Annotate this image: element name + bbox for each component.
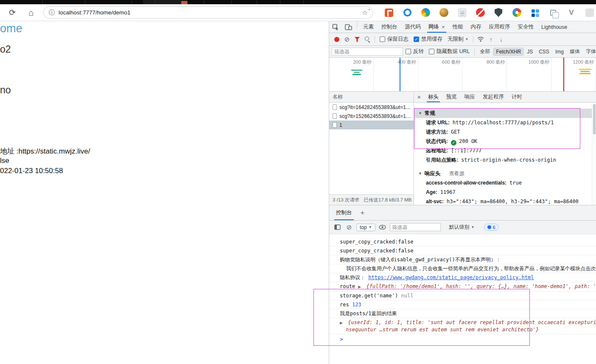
- request-row[interactable]: scg?it=1642824553893&ut=1…: [329, 103, 414, 112]
- triangle-down-icon[interactable]: ▼: [418, 171, 425, 176]
- filter-icon[interactable]: [352, 34, 362, 45]
- filter-type-media[interactable]: 媒体: [567, 47, 583, 56]
- request-row[interactable]: scg?it=1526624553893&ut=1…: [329, 112, 414, 120]
- filter-type-fetch-xhr[interactable]: Fetch/XHR: [493, 48, 524, 56]
- filter-type-img[interactable]: Img: [552, 48, 567, 56]
- import-har-icon[interactable]: ↑: [486, 34, 496, 45]
- extension-icon[interactable]: [384, 8, 394, 18]
- triangle-down-icon[interactable]: ▼: [418, 111, 425, 115]
- filter-type-all[interactable]: 全部: [477, 47, 493, 56]
- console-prompt[interactable]: >: [329, 334, 596, 344]
- close-icon[interactable]: ×: [442, 24, 445, 30]
- search-icon[interactable]: [362, 34, 372, 45]
- timeline-label: 1200 毫秒: [573, 59, 594, 64]
- extension-icon[interactable]: [585, 8, 595, 18]
- tab-response[interactable]: 响应: [461, 92, 479, 102]
- extension-icon[interactable]: [530, 8, 540, 18]
- network-filter-input[interactable]: [332, 48, 403, 56]
- scrollbar[interactable]: [592, 103, 596, 205]
- throttling-dropdown[interactable]: 无限制 ▼: [448, 36, 468, 43]
- url-text[interactable]: localhost:7777/home/demo1: [59, 9, 131, 16]
- tab-network[interactable]: 网络×: [425, 21, 449, 33]
- tab-performance[interactable]: 性能: [449, 21, 467, 33]
- add-tab-icon[interactable]: +: [357, 205, 368, 220]
- tab-console-drawer[interactable]: 控制台: [331, 205, 357, 220]
- context-dropdown[interactable]: top ▼: [356, 224, 375, 231]
- extension-icon[interactable]: [420, 8, 431, 18]
- log-text: 购物党隐私说明（键入disable_gwd_privacy()不再显示本声明）：: [340, 257, 501, 263]
- tab-headers[interactable]: 标头: [424, 92, 442, 102]
- address-bar[interactable]: ⓘ localhost:7777/home/demo1 ☆+: [43, 6, 373, 19]
- console-sidebar-icon[interactable]: [333, 223, 342, 232]
- close-details-icon[interactable]: ×: [414, 92, 424, 102]
- clear-console-button[interactable]: ⊘: [344, 223, 354, 232]
- page-link-demo2[interactable]: o2: [0, 44, 11, 55]
- console-message[interactable]: route ▶ {fullPath: '/home/demo1', hash: …: [329, 282, 596, 291]
- console-message[interactable]: 隐私协议： https://www.gwdang.com/static_page…: [329, 273, 596, 282]
- filter-type-font[interactable]: 字体: [583, 47, 596, 56]
- console-message[interactable]: 购物党隐私说明（键入disable_gwd_privacy()不再显示本声明）：: [329, 255, 596, 264]
- expand-triangle-icon[interactable]: ▶: [340, 321, 343, 325]
- console-message[interactable]: super_copy_cracked:false: [329, 238, 596, 246]
- message-count-badge[interactable]: 6: [484, 224, 499, 231]
- request-name-header[interactable]: 名称: [329, 92, 414, 103]
- tab-security[interactable]: 安全性: [514, 21, 538, 33]
- tab-initiator[interactable]: 发起程序: [479, 92, 508, 102]
- extension-icon[interactable]: [493, 8, 504, 18]
- favorite-star-icon[interactable]: ☆+: [362, 9, 368, 17]
- device-toolbar-icon[interactable]: [342, 21, 355, 33]
- extension-icon[interactable]: [457, 8, 467, 18]
- page-link-demo[interactable]: no: [0, 84, 11, 96]
- console-messages: super_copy_cracked:false super_copy_crac…: [329, 234, 596, 364]
- console-message-object[interactable]: ▶ {userId: 1, id: 1, title: 'sunt aut fa…: [329, 318, 596, 334]
- extension-icon[interactable]: [439, 8, 449, 18]
- scrollbar-thumb[interactable]: [593, 104, 596, 134]
- home-button[interactable]: ⌂: [25, 6, 37, 19]
- filter-type-css[interactable]: CSS: [536, 48, 552, 56]
- tab-lighthouse[interactable]: Lighthouse: [537, 21, 571, 33]
- extension-icon[interactable]: [475, 8, 485, 18]
- export-har-icon[interactable]: ↓: [496, 34, 506, 45]
- disable-cache-checkbox[interactable]: ✓ 禁用缓存: [414, 36, 442, 43]
- tab-elements[interactable]: 元素: [359, 21, 378, 33]
- console-message[interactable]: storage.get('name') null: [329, 291, 596, 300]
- site-info-icon[interactable]: ⓘ: [49, 9, 55, 17]
- inspect-element-icon[interactable]: [329, 21, 342, 33]
- extension-icon[interactable]: V: [566, 8, 576, 18]
- console-filter-input[interactable]: [390, 223, 441, 231]
- log-level-dropdown[interactable]: 默认级别 ▼: [449, 224, 475, 231]
- live-expression-eye-icon[interactable]: [378, 223, 387, 232]
- tab-timing[interactable]: 计时: [508, 92, 526, 102]
- extension-icon[interactable]: [402, 8, 412, 18]
- record-button[interactable]: [332, 34, 342, 45]
- view-source-link[interactable]: 查看源: [449, 170, 464, 177]
- console-message[interactable]: super_copy_cracked:false: [329, 246, 596, 255]
- extension-icon[interactable]: [548, 8, 558, 18]
- request-row-selected[interactable]: 1: [329, 120, 414, 129]
- console-message[interactable]: 我们不会收集用户个人隐私信息，只会收集一些简单的产品交互行为，帮助改善产品，例如…: [329, 264, 596, 273]
- page-link-home[interactable]: ome: [0, 22, 22, 35]
- response-headers-title: 响应头: [425, 170, 441, 177]
- console-message[interactable]: res 123: [329, 300, 596, 309]
- console-drawer: 控制台 + ⊘ top ▼ 默认级别 ▼: [329, 205, 596, 364]
- tab-memory[interactable]: 内存: [467, 21, 485, 33]
- invert-checkbox[interactable]: 反转: [406, 48, 424, 55]
- preserve-log-checkbox[interactable]: 保留日志: [380, 36, 409, 43]
- log-text: res: [340, 302, 349, 308]
- reload-button[interactable]: ⟳: [6, 6, 19, 19]
- console-message[interactable]: 我是posts/1返回的结果: [329, 309, 596, 318]
- response-headers-section-header[interactable]: ▼ 响应头 查看源: [414, 169, 596, 178]
- privacy-policy-link[interactable]: https://www.gwdang.com/static_page/priva…: [368, 274, 534, 280]
- clear-network-button[interactable]: ⊘: [342, 34, 352, 45]
- tab-application[interactable]: 应用程序: [485, 21, 514, 33]
- tab-preview[interactable]: 预览: [442, 92, 461, 102]
- expand-triangle-icon[interactable]: ▶: [358, 285, 361, 289]
- tab-sources[interactable]: 源代码: [401, 21, 425, 33]
- general-section-header[interactable]: ▼ 常规: [414, 109, 596, 118]
- hide-data-urls-checkbox[interactable]: 隐藏数据 URL: [429, 48, 470, 55]
- filter-type-js[interactable]: JS: [524, 48, 536, 56]
- network-conditions-icon[interactable]: [476, 34, 486, 45]
- header-value: [::1]:7777: [451, 148, 481, 154]
- extension-icon[interactable]: [512, 8, 522, 18]
- tab-console[interactable]: 控制台: [378, 21, 401, 33]
